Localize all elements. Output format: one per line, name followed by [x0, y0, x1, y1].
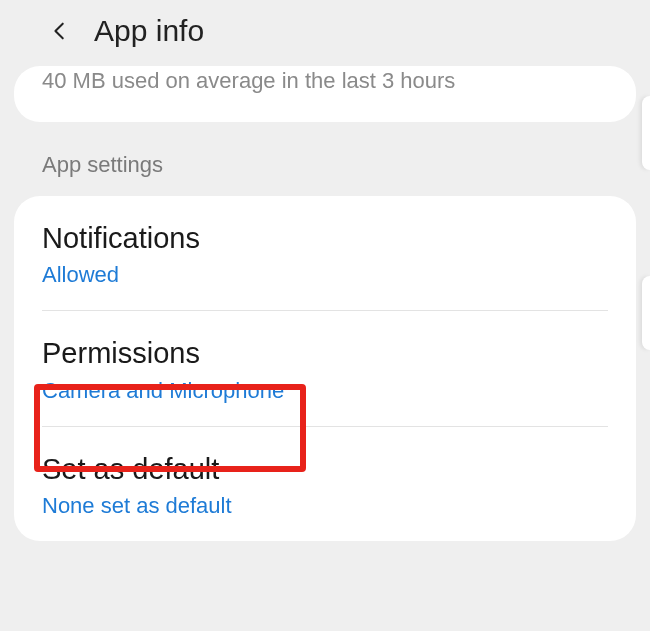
- notifications-subtitle: Allowed: [42, 262, 608, 288]
- settings-card: Notifications Allowed Permissions Camera…: [14, 196, 636, 541]
- header: App info: [0, 0, 650, 66]
- memory-row[interactable]: Memory 40 MB used on average in the last…: [14, 66, 636, 122]
- permissions-title: Permissions: [42, 335, 608, 371]
- scroll-handle[interactable]: [642, 96, 650, 170]
- page-title: App info: [94, 14, 204, 48]
- permissions-subtitle: Camera and Microphone: [42, 378, 608, 404]
- set-default-subtitle: None set as default: [42, 493, 608, 519]
- set-default-title: Set as default: [42, 451, 608, 487]
- set-default-row[interactable]: Set as default None set as default: [14, 427, 636, 541]
- back-icon[interactable]: [44, 15, 76, 47]
- permissions-row[interactable]: Permissions Camera and Microphone: [14, 311, 636, 425]
- section-label: App settings: [0, 122, 650, 196]
- notifications-row[interactable]: Notifications Allowed: [14, 196, 636, 310]
- memory-subtitle: 40 MB used on average in the last 3 hour…: [14, 66, 636, 94]
- notifications-title: Notifications: [42, 220, 608, 256]
- scroll-handle[interactable]: [642, 276, 650, 350]
